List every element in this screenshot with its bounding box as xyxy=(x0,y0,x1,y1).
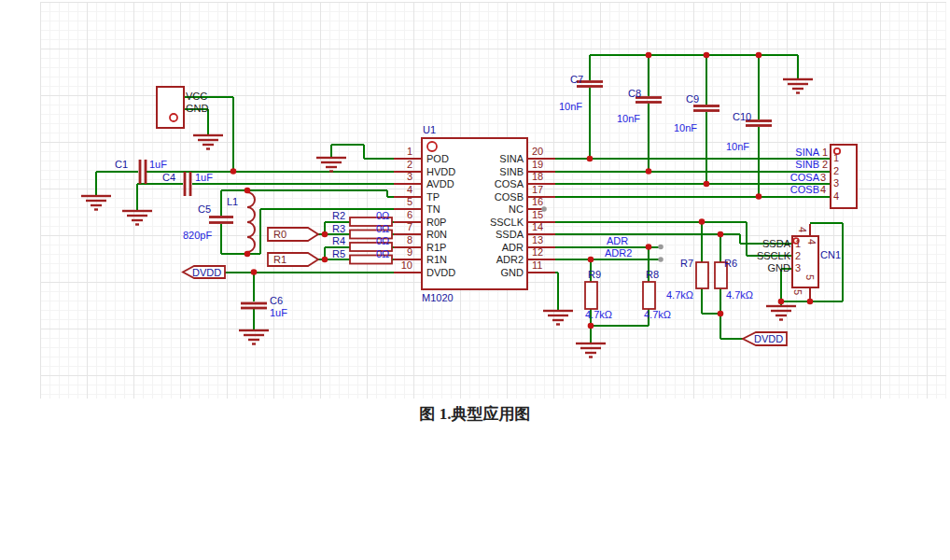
u1-pin-name: R0N xyxy=(426,229,447,240)
u1-pin-name: R1N xyxy=(426,254,447,265)
r7-value: 4.7kΩ xyxy=(666,289,693,301)
r4-designator: R4 xyxy=(332,235,345,246)
cn1-pin5-number: 5 xyxy=(792,289,803,295)
u1-pin-number: 18 xyxy=(532,171,543,182)
r7-designator: R7 xyxy=(680,258,693,269)
r9-value: 4.7kΩ xyxy=(585,309,612,320)
r6-designator: R6 xyxy=(724,258,737,269)
u1-pin-number: 3 xyxy=(386,171,412,182)
u1-pin-name: SINB xyxy=(451,166,524,177)
c10-value: 10nF xyxy=(726,141,749,152)
u1-pin-name: ADR2 xyxy=(451,254,524,265)
u1-pin-number: 5 xyxy=(386,196,412,207)
net-label-cosa: COSA xyxy=(784,172,819,183)
u1-pin-name: ADR xyxy=(451,242,524,253)
cn1-pin-name-ssda: SSDA xyxy=(746,238,790,249)
u1-designator: U1 xyxy=(423,124,436,135)
l1-designator: L1 xyxy=(227,196,238,207)
cn1-inner-number: 3 xyxy=(795,262,801,273)
port-r0-label: R0 xyxy=(273,229,286,240)
cn1-pin4-number: 4 xyxy=(806,239,817,245)
u1-pin-name: NC xyxy=(451,203,524,215)
port-r1-label: R1 xyxy=(273,254,286,265)
cn1-inner-number: 2 xyxy=(795,250,801,261)
cn1-pin4-number: 4 xyxy=(797,227,808,232)
cn1-pin-name-gnd: GND xyxy=(746,262,790,273)
u1-pin-number: 13 xyxy=(532,234,543,245)
c8-designator: C8 xyxy=(628,88,641,99)
u1-pin-number: 19 xyxy=(532,159,543,170)
u1-pin-name: SSCLK xyxy=(451,217,524,228)
c4-value: 1uF xyxy=(195,172,213,183)
u1-pin-name: TN xyxy=(426,203,440,215)
c1-designator: C1 xyxy=(115,159,128,170)
c6-value: 1uF xyxy=(270,307,287,318)
u1-pin-number: 1 xyxy=(386,146,412,157)
u1-pin-name: COSB xyxy=(451,191,524,203)
u1-pin-number: 16 xyxy=(532,196,543,207)
r9-designator: R9 xyxy=(588,269,601,280)
out-conn-pin-number: 3 xyxy=(820,172,826,183)
u1-part-number: M1020 xyxy=(422,292,454,303)
u1-pin-number: 4 xyxy=(386,184,412,195)
c9-designator: C9 xyxy=(686,93,699,105)
c1-value: 1uF xyxy=(149,159,167,170)
u1-pin-number: 6 xyxy=(386,209,412,220)
cn1-pin5-number: 5 xyxy=(804,274,816,280)
u1-pin-name: SSDA xyxy=(451,229,524,240)
c10-designator: C10 xyxy=(733,111,751,122)
net-label-adr2: ADR2 xyxy=(605,247,632,259)
net-label-sina: SINA xyxy=(784,147,819,158)
figure-caption: 图 1.典型应用图 xyxy=(0,403,950,425)
u1-pin-name: SINA xyxy=(451,153,524,164)
out-conn-inner-number: 3 xyxy=(833,177,839,189)
net-label-cosb: COSB xyxy=(784,184,819,195)
u1-pin-number: 12 xyxy=(532,246,543,258)
r8-designator: R8 xyxy=(646,269,659,280)
u1-pin-number: 14 xyxy=(532,221,543,232)
c5-designator: C5 xyxy=(198,203,211,215)
u1-pin-name: R1P xyxy=(426,242,446,253)
c6-designator: C6 xyxy=(270,295,283,306)
out-conn-pin-number: 4 xyxy=(820,184,826,195)
cn1-designator: CN1 xyxy=(820,249,841,260)
power-header-gnd-label: GND xyxy=(186,103,208,114)
u1-pin-number: 8 xyxy=(386,234,412,245)
u1-pin-name: COSA xyxy=(451,178,524,189)
u1-pin-number: 10 xyxy=(386,259,412,271)
c7-value: 10nF xyxy=(559,101,582,112)
c7-designator: C7 xyxy=(570,74,583,85)
out-conn-inner-number: 2 xyxy=(833,165,839,176)
c4-designator: C4 xyxy=(162,172,175,183)
r8-value: 4.7kΩ xyxy=(644,309,671,320)
u1-pin-name: POD xyxy=(426,153,449,164)
port-dvdd-right-label: DVDD xyxy=(754,333,783,344)
power-header-body xyxy=(157,87,184,128)
net-label-adr: ADR xyxy=(607,235,628,246)
out-conn-pin-number: 1 xyxy=(822,147,828,158)
cn1-pin-name-ssclk: SSCLK xyxy=(746,250,790,261)
out-conn-inner-number: 1 xyxy=(833,152,839,163)
u1-pin-name: GND xyxy=(451,267,524,278)
u1-pin-number: 2 xyxy=(386,159,412,170)
r3-designator: R3 xyxy=(332,223,345,234)
c9-value: 10nF xyxy=(674,122,697,133)
u1-pin-number: 17 xyxy=(532,184,543,195)
power-header-vcc-label: VCC xyxy=(186,91,207,102)
r2-designator: R2 xyxy=(332,210,345,221)
cn1-inner-number: 1 xyxy=(795,238,801,249)
u1-pin-number: 15 xyxy=(532,209,543,220)
out-conn-inner-number: 4 xyxy=(833,190,839,202)
c5-value: 820pF xyxy=(183,230,212,241)
u1-pin-number: 20 xyxy=(532,146,543,157)
inductor-coil xyxy=(247,190,255,254)
u1-pin-number: 11 xyxy=(532,259,542,271)
u1-pin-number: 7 xyxy=(386,221,412,232)
out-conn-pin-number: 2 xyxy=(822,159,828,170)
u1-pin-number: 9 xyxy=(386,246,412,258)
port-dvdd-left-label: DVDD xyxy=(192,267,221,278)
u1-pin-name: R0P xyxy=(426,217,446,228)
r5-designator: R5 xyxy=(332,248,345,259)
u1-pin-name: TP xyxy=(426,191,440,203)
r6-value: 4.7kΩ xyxy=(726,289,753,301)
